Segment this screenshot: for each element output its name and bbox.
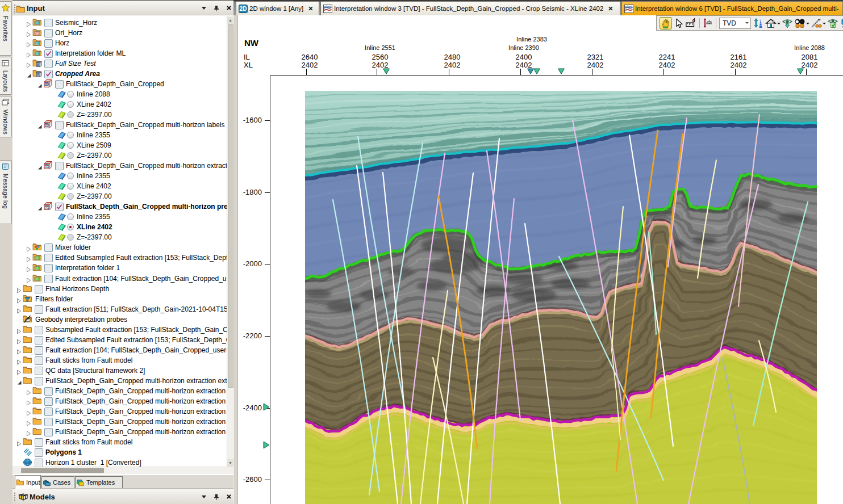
expander-expanded-icon[interactable]: [37, 81, 42, 86]
expander-collapsed-icon[interactable]: [26, 61, 31, 66]
expander-collapsed-icon[interactable]: [26, 40, 31, 45]
domain-select[interactable]: TVD: [719, 18, 751, 29]
tree-checkbox[interactable]: [44, 49, 53, 58]
dropdown-arrow-icon[interactable]: [777, 23, 781, 26]
tree-checkbox[interactable]: [44, 39, 53, 48]
tree-checkbox[interactable]: [44, 275, 53, 283]
dock-tab-layouts[interactable]: Layouts: [0, 57, 12, 95]
tree-item-horz[interactable]: Horz: [12, 38, 227, 48]
expander-expanded-icon[interactable]: [37, 122, 42, 127]
tree-item-fullstack-depth-gain-cropped-multi-horiz[interactable]: FullStack_Depth_Gain_Cropped multi-horiz…: [12, 406, 227, 417]
tree-radio[interactable]: [67, 111, 74, 118]
tree-checkbox[interactable]: [55, 121, 64, 129]
expander-expanded-icon[interactable]: [37, 163, 42, 168]
tree-item-xline-2402[interactable]: XLine 2402: [12, 222, 227, 232]
tree-item-fullstack-depth-gain-cropped-multi-horiz[interactable]: FullStack_Depth_Gain_Cropped multi-horiz…: [12, 161, 227, 171]
tree-item-inline-2355[interactable]: Inline 2355: [12, 212, 227, 222]
tree-item-fullstack-depth-gain-cropped[interactable]: FullStack_Depth_Gain_Cropped: [12, 79, 227, 89]
tree-item-fault-extraction-511-fullstack-depth-gai[interactable]: Fault extraction [511; FullStack_Depth_G…: [12, 304, 227, 314]
tree-item-inline-2088[interactable]: Inline 2088: [12, 89, 227, 99]
tree-checkbox[interactable]: [35, 305, 43, 314]
tree-item-horizon-1-cluster-1-converted-[interactable]: Horizon 1 cluster 1 [Converted]: [12, 457, 227, 467]
panel-tab-input[interactable]: Input: [15, 475, 41, 489]
expander-collapsed-icon[interactable]: [26, 30, 31, 35]
expander-collapsed-icon[interactable]: [26, 276, 31, 281]
tree-item-xline-2402[interactable]: XLine 2402: [12, 181, 227, 191]
measure-distance-button[interactable]: d: [686, 17, 697, 30]
dock-tab-message-log[interactable]: Message log: [0, 160, 12, 224]
tree-checkbox[interactable]: [44, 428, 53, 436]
tree-checkbox[interactable]: [35, 438, 43, 447]
panel-pin-button[interactable]: [212, 5, 220, 12]
tree-item-qc-data-structural-framework-2-[interactable]: QC data [Structural framework 2]: [12, 366, 227, 376]
tree-item-z-2397-00[interactable]: Z=-2397.00: [12, 232, 227, 242]
tree-item-edited-subsampled-fault-extraction-153-f[interactable]: Edited Subsampled Fault extraction [153;…: [12, 253, 227, 263]
tree-item-inline-2355[interactable]: Inline 2355: [12, 130, 227, 140]
expander-collapsed-icon[interactable]: [26, 51, 31, 56]
vertical-scale-button[interactable]: [753, 17, 764, 30]
window-tab-inactive[interactable]: Interpretation window 3 [TVD] - FullStac…: [320, 1, 620, 15]
panel-close-button[interactable]: [225, 5, 233, 12]
tree-item-fullstack-depth-gain-cropped-multi-horiz[interactable]: FullStack_Depth_Gain_Cropped multi-horiz…: [12, 120, 227, 130]
tree-checkbox[interactable]: [44, 243, 53, 252]
tree-checkbox[interactable]: [55, 80, 64, 89]
flatten-horizon-button[interactable]: [702, 17, 713, 30]
tree-item-filters-folder[interactable]: Filters folder: [12, 294, 227, 304]
tree-item-fault-sticks-from-fault-model[interactable]: Fault sticks from Fault model: [12, 437, 227, 447]
tree-radio[interactable]: [67, 132, 74, 138]
expander-collapsed-icon[interactable]: [26, 419, 31, 424]
tree-radio[interactable]: [67, 183, 74, 190]
tree-checkbox[interactable]: [35, 367, 43, 375]
tree-radio[interactable]: [67, 193, 74, 200]
tree-checkbox[interactable]: [44, 397, 53, 406]
tree-radio[interactable]: [67, 101, 74, 108]
dropdown-arrow-icon[interactable]: [823, 23, 826, 26]
expander-collapsed-icon[interactable]: [16, 347, 22, 352]
tree-item-edited-subsampled-fault-extraction-153-f[interactable]: Edited Subsampled Fault extraction [153;…: [12, 335, 227, 345]
expander-collapsed-icon[interactable]: [26, 265, 31, 270]
tree-radio[interactable]: [67, 213, 74, 220]
tree-checkbox[interactable]: [35, 285, 43, 293]
expander-expanded-icon[interactable]: [26, 71, 31, 76]
tree-item-mixer-folder[interactable]: Mixer folder: [12, 242, 227, 253]
tree-checkbox[interactable]: [44, 408, 53, 416]
inspect-binoculars-button[interactable]: [794, 17, 806, 30]
visibility-check-button[interactable]: [827, 17, 838, 30]
tree-checkbox[interactable]: [35, 336, 43, 345]
seismic-section[interactable]: [238, 15, 843, 504]
tree-vertical-scrollbar[interactable]: ▲ ▼: [227, 16, 233, 467]
tree-item-cropped-area[interactable]: Cropped Area: [12, 69, 227, 79]
tree-checkbox[interactable]: [44, 264, 53, 272]
expander-collapsed-icon[interactable]: [26, 398, 31, 404]
window-tab-inactive[interactable]: 2D2D window 1 [Any]✕: [236, 1, 319, 15]
expander-collapsed-icon[interactable]: [16, 296, 22, 301]
panel-tab-cases[interactable]: Cases: [41, 476, 74, 488]
expander-collapsed-icon[interactable]: [26, 245, 31, 250]
panel-menu-button[interactable]: [200, 5, 208, 12]
panel-grip[interactable]: [14, 492, 16, 502]
tree-radio[interactable]: [67, 142, 74, 149]
tree-radio[interactable]: [67, 173, 74, 179]
tree-checkbox[interactable]: [44, 70, 53, 78]
tree-checkbox[interactable]: [55, 203, 64, 211]
tree-item-fullstack-depth-gain-cropped-multi-horiz[interactable]: FullStack_Depth_Gain_Cropped multi-horiz…: [12, 201, 227, 212]
expander-collapsed-icon[interactable]: [26, 20, 31, 25]
tree-item-inline-2355[interactable]: Inline 2355: [12, 171, 227, 181]
tree-checkbox[interactable]: [35, 377, 43, 385]
tree-checkbox[interactable]: [35, 346, 43, 355]
tree-item-interpretation-folder-1[interactable]: Interpretation folder 1: [12, 263, 227, 273]
tree-item-xline-2509[interactable]: XLine 2509: [12, 140, 227, 150]
tree-item-z-2397-00[interactable]: Z=-2397.00: [12, 150, 227, 161]
view-visibility-button[interactable]: [782, 17, 793, 30]
interpretation-canvas[interactable]: NW IL XL 2640240225602402Inline 25512480…: [238, 15, 843, 504]
tree-item-fullstack-depth-gain-cropped-multi-horiz[interactable]: FullStack_Depth_Gain_Cropped multi-horiz…: [12, 427, 227, 437]
panel-tab-templates[interactable]: Templates: [75, 476, 123, 488]
tree-checkbox[interactable]: [44, 418, 53, 426]
pan-hand-button[interactable]: [660, 17, 672, 30]
tree-item-seismic-horz[interactable]: Seismic_Horz: [12, 18, 227, 28]
tree-item-fullstack-depth-gain-cropped-multi-horiz[interactable]: FullStack_Depth_Gain_Cropped multi-horiz…: [12, 376, 227, 386]
tree-item-polygons-1[interactable]: Polygons 1: [12, 447, 227, 457]
tree-item-fullstack-depth-gain-cropped-multi-horiz[interactable]: FullStack_Depth_Gain_Cropped multi-horiz…: [12, 386, 227, 396]
expander-collapsed-icon[interactable]: [26, 429, 31, 434]
tree-item-fullstack-depth-gain-cropped-multi-horiz[interactable]: FullStack_Depth_Gain_Cropped multi-horiz…: [12, 417, 227, 427]
